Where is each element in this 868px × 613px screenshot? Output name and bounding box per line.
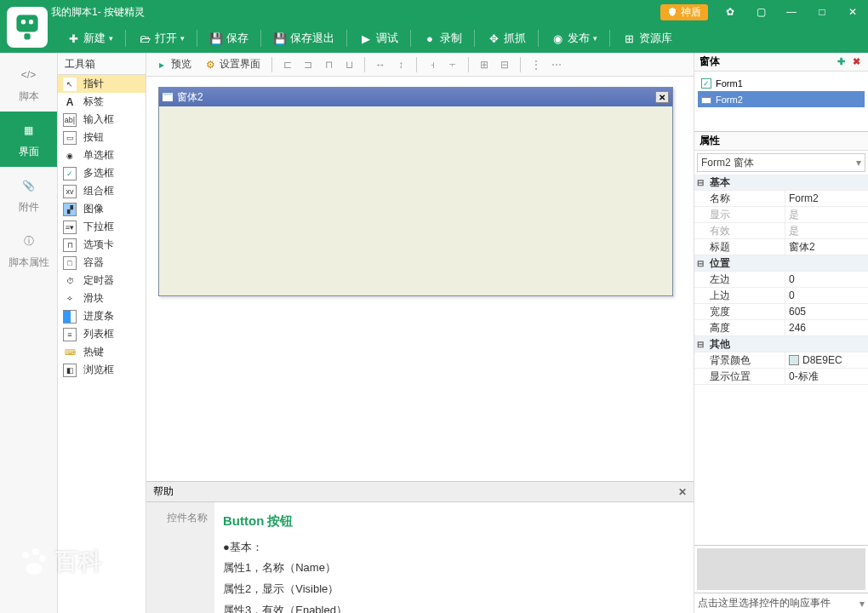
help-label: 控件名称 <box>146 502 214 613</box>
tool-pointer[interactable]: ↖指针 <box>58 75 146 93</box>
nav-ui[interactable]: ▦界面 <box>0 112 57 167</box>
toolbox-title: 工具箱 <box>58 53 146 75</box>
tool-tab[interactable]: ⊓选项卡 <box>58 236 146 254</box>
toolbox-panel: 工具箱 ↖指针 A标签 ab|输入框 ▭按钮 ◉单选框 ✓多选框 xv组合框 ▞… <box>58 53 146 613</box>
align-icon[interactable]: ⊐ <box>300 57 316 72</box>
tool-button[interactable]: ▭按钮 <box>58 129 146 146</box>
preview-box <box>697 548 865 590</box>
tool-combo[interactable]: xv组合框 <box>58 182 146 200</box>
prop-row[interactable]: 高度246 <box>694 320 868 336</box>
prop-row[interactable]: 显示是 <box>694 207 868 223</box>
menu-publish[interactable]: ◉发布▾ <box>545 24 602 53</box>
btn-preview[interactable]: ▸预览 <box>151 57 195 72</box>
form-titlebar[interactable]: 窗体2 ✕ <box>159 88 672 106</box>
property-grid: ⊟基本 名称Form2 显示是 有效是 标题窗体2 ⊟位置 左边0 上边0 宽度… <box>694 175 868 545</box>
prop-row[interactable]: 标题窗体2 <box>694 239 868 255</box>
restore-icon[interactable]: ▢ <box>745 0 776 24</box>
design-canvas[interactable]: 窗体2 ✕ <box>146 77 694 481</box>
tool-dropdown[interactable]: ≡▾下拉框 <box>58 218 146 236</box>
align-icon[interactable]: ↕ <box>393 57 408 72</box>
props-title: 属性 <box>700 134 720 148</box>
menu-save[interactable]: 💾保存 <box>204 24 254 53</box>
align-icon[interactable]: ⊔ <box>341 57 357 72</box>
add-form-icon[interactable]: ✚ <box>835 55 848 68</box>
close-icon[interactable]: ✕ <box>837 0 868 24</box>
app-logo <box>7 7 48 48</box>
svg-point-2 <box>29 20 33 24</box>
del-form-icon[interactable]: ✖ <box>850 55 863 68</box>
tool-label[interactable]: A标签 <box>58 93 146 111</box>
title-bar: 我的脚本1- 按键精灵 神盾 ✿ ▢ — □ ✕ <box>0 0 868 24</box>
tool-progress[interactable]: 进度条 <box>58 307 146 325</box>
prop-row[interactable]: 有效是 <box>694 223 868 239</box>
prop-row[interactable]: 上边0 <box>694 288 868 304</box>
align-icon[interactable]: ⊟ <box>497 57 512 72</box>
tool-listbox[interactable]: ≡列表框 <box>58 325 146 343</box>
window-title: 我的脚本1- 按键精灵 <box>51 5 660 20</box>
align-icon[interactable]: ⋮ <box>528 57 544 72</box>
prop-row[interactable]: 背景颜色D8E9EC <box>694 352 868 369</box>
left-nav: </>脚本 ▦界面 📎附件 ⓘ脚本属性 <box>0 53 58 613</box>
nav-attach[interactable]: 📎附件 <box>0 167 57 222</box>
form-item-2[interactable]: Form2 <box>698 91 865 107</box>
tool-radio[interactable]: ◉单选框 <box>58 146 146 164</box>
help-title: 帮助 <box>153 484 174 499</box>
prop-row[interactable]: 显示位置0-标准 <box>694 369 868 385</box>
sub-toolbar: ▸预览 ⚙设置界面 ⊏ ⊐ ⊓ ⊔ ↔ ↕ ⫞ ⫟ ⊞ ⊟ ⋮ ⋯ <box>146 53 694 77</box>
nav-props[interactable]: ⓘ脚本属性 <box>0 222 57 278</box>
tool-slider[interactable]: ⟡滑块 <box>58 289 146 307</box>
minimize-icon[interactable]: — <box>776 0 807 24</box>
prop-row[interactable]: 宽度605 <box>694 304 868 320</box>
settings-icon[interactable]: ✿ <box>715 0 745 24</box>
svg-point-1 <box>21 20 26 24</box>
form-window[interactable]: 窗体2 ✕ <box>158 87 673 296</box>
forms-title: 窗体 <box>700 54 720 69</box>
prop-row[interactable]: 左边0 <box>694 272 868 288</box>
help-close-icon[interactable]: ✕ <box>678 486 687 498</box>
maximize-icon[interactable]: □ <box>807 0 837 24</box>
svg-rect-0 <box>16 15 37 32</box>
tool-hotkey[interactable]: ⌨热键 <box>58 343 146 361</box>
prop-row[interactable]: 名称Form2 <box>694 191 868 207</box>
align-icon[interactable]: ⊓ <box>321 57 336 72</box>
menu-bar: ✚新建▾ 🗁打开▾ 💾保存 💾保存退出 ▶调试 ●录制 ✥抓抓 ◉发布▾ ⊞资源… <box>0 24 868 53</box>
menu-record[interactable]: ●录制 <box>418 24 467 53</box>
align-icon[interactable]: ⫞ <box>425 57 440 72</box>
form-list: ✓Form1 Form2 <box>694 72 868 131</box>
tool-browser[interactable]: ◧浏览框 <box>58 361 146 379</box>
menu-new[interactable]: ✚新建▾ <box>61 24 118 53</box>
form-item-1[interactable]: ✓Form1 <box>698 75 865 91</box>
tool-image[interactable]: ▞图像 <box>58 200 146 218</box>
menu-savequit[interactable]: 💾保存退出 <box>268 24 340 53</box>
menu-reslib[interactable]: ⊞资源库 <box>617 24 677 53</box>
tool-checkbox[interactable]: ✓多选框 <box>58 164 146 182</box>
nav-script[interactable]: </>脚本 <box>0 56 57 112</box>
menu-grab[interactable]: ✥抓抓 <box>482 24 531 53</box>
event-selector[interactable]: 点击这里选择控件的响应事件▾ <box>694 593 868 613</box>
align-icon[interactable]: ⊞ <box>477 57 492 72</box>
align-icon[interactable]: ⊏ <box>280 57 295 72</box>
tool-timer[interactable]: ⏱定时器 <box>58 272 146 289</box>
shield-badge[interactable]: 神盾 <box>660 4 708 20</box>
svg-rect-3 <box>24 33 30 39</box>
form-close-icon[interactable]: ✕ <box>655 91 669 103</box>
help-panel: 帮助 ✕ 控件名称 Button 按钮 ●基本： 属性1，名称（Name） 属性… <box>146 481 694 613</box>
right-panel: 窗体 ✚✖ ✓Form1 Form2 属性 Form2 窗体▾ ⊟基本 名称Fo… <box>694 53 868 613</box>
menu-open[interactable]: 🗁打开▾ <box>133 24 190 53</box>
align-icon[interactable]: ↔ <box>373 57 388 72</box>
btn-setui[interactable]: ⚙设置界面 <box>200 57 264 72</box>
help-content: Button 按钮 ●基本： 属性1，名称（Name） 属性2，显示（Visib… <box>214 502 694 613</box>
tool-container[interactable]: □容器 <box>58 254 146 272</box>
align-icon[interactable]: ⋯ <box>549 57 564 72</box>
window-icon <box>163 93 173 101</box>
tool-input[interactable]: ab|输入框 <box>58 111 146 129</box>
align-icon[interactable]: ⫟ <box>445 57 460 72</box>
menu-debug[interactable]: ▶调试 <box>354 24 403 53</box>
prop-selector[interactable]: Form2 窗体▾ <box>697 153 865 172</box>
